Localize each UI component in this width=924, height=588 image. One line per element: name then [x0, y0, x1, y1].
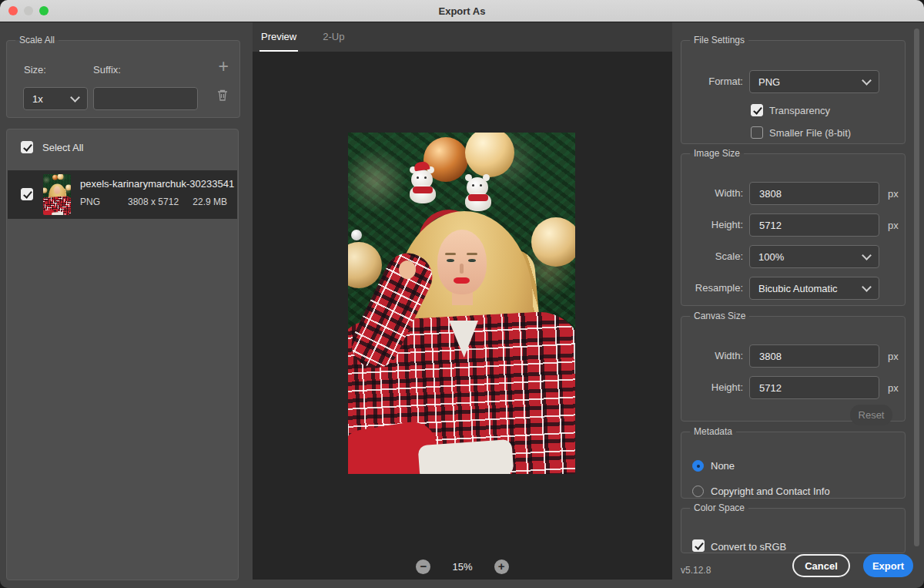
add-scale-icon[interactable]: + — [219, 58, 229, 76]
minimize-window-button[interactable] — [24, 6, 33, 15]
preview-panel: Preview 2-Up — [253, 22, 672, 588]
file-name: pexels-karinarymarchuk-30233541 — [80, 178, 234, 190]
zoom-controls: − 15% + — [253, 559, 672, 574]
cancel-button[interactable]: Cancel — [792, 554, 850, 577]
close-window-button[interactable] — [8, 6, 18, 15]
image-height-unit: px — [888, 220, 899, 231]
resample-value: Bicubic Automatic — [758, 283, 838, 294]
canvas-size-legend: Canvas Size — [690, 311, 749, 321]
color-space-legend: Color Space — [690, 502, 748, 513]
face — [437, 230, 487, 294]
canvas-height-input[interactable] — [749, 376, 879, 399]
select-all-row[interactable]: Select All — [7, 129, 238, 165]
file-dimensions: 3808 x 5712 — [128, 197, 179, 207]
convert-srgb-label: Convert to sRGB — [711, 541, 786, 553]
left-panel: Scale All Size: Suffix: 1x + — [0, 22, 253, 588]
image-width-input[interactable] — [749, 182, 879, 205]
file-thumbnail — [43, 174, 71, 215]
dialog-title: Export As — [439, 5, 486, 17]
file-settings-legend: File Settings — [690, 35, 748, 45]
canvas-height-unit: px — [888, 382, 899, 394]
image-width-label: Width: — [681, 187, 743, 199]
ornament-white-small — [351, 230, 362, 240]
trash-icon[interactable] — [216, 89, 229, 105]
transparency-label: Transparency — [769, 105, 830, 116]
transparency-checkbox[interactable] — [751, 104, 763, 116]
zoom-level: 15% — [452, 561, 472, 573]
ornament-gold-right — [531, 217, 575, 267]
scale-all-legend: Scale All — [15, 35, 59, 45]
file-settings-section: File Settings Format: PNG Transparency S… — [681, 35, 906, 144]
polar-bear-left — [408, 163, 437, 205]
metadata-section: Metadata None Copyright and Contact Info — [681, 426, 906, 499]
zoom-in-button[interactable]: + — [494, 559, 509, 574]
chevron-down-icon — [70, 92, 80, 102]
scale-select[interactable]: 100% — [749, 245, 879, 268]
dialog-body: Scale All Size: Suffix: 1x + — [0, 22, 924, 588]
image-height-input[interactable] — [749, 213, 879, 237]
image-size-section: Image Size Width: px Height: px Scale: 1… — [681, 148, 906, 306]
chevron-down-icon — [862, 76, 872, 86]
title-bar: Export As — [0, 0, 924, 22]
metadata-none-radio[interactable] — [692, 460, 704, 472]
select-all-checkbox[interactable] — [21, 141, 33, 153]
suffix-input[interactable] — [93, 87, 198, 110]
photo-illustration — [348, 133, 575, 474]
export-as-dialog: Export As Scale All Size: Suffix: 1x + — [0, 0, 924, 588]
format-select[interactable]: PNG — [749, 70, 879, 93]
preview-canvas: − 15% + — [253, 52, 672, 580]
metadata-copyright-radio[interactable] — [692, 486, 704, 497]
color-space-section: Color Space Convert to sRGB — [681, 502, 906, 553]
file-row[interactable]: pexels-karinarymarchuk-30233541 PNG 3808… — [8, 170, 237, 219]
scale-all-section: Scale All Size: Suffix: 1x + — [6, 35, 240, 118]
scale-label: Scale: — [681, 250, 743, 262]
canvas-width-input[interactable] — [749, 344, 879, 368]
polar-bear-right — [464, 171, 493, 213]
chevron-down-icon — [862, 250, 872, 260]
panel-scrollbar[interactable] — [914, 29, 919, 546]
convert-srgb-checkbox[interactable] — [692, 539, 705, 552]
suffix-label: Suffix: — [93, 64, 121, 76]
white-fur — [418, 439, 514, 474]
zoom-out-button[interactable]: − — [416, 559, 430, 574]
export-file-list: Select All p — [6, 129, 239, 580]
metadata-copyright-label: Copyright and Contact Info — [711, 486, 830, 497]
chevron-down-icon — [862, 282, 872, 292]
scale-size-value: 1x — [32, 93, 43, 105]
canvas-width-unit: px — [888, 351, 899, 362]
image-width-unit: px — [888, 188, 899, 200]
resample-select[interactable]: Bicubic Automatic — [749, 277, 879, 300]
settings-panel: File Settings Format: PNG Transparency S… — [672, 22, 924, 588]
zoom-window-button[interactable] — [39, 6, 49, 15]
version-label: v5.12.8 — [681, 565, 711, 576]
preview-image — [348, 133, 575, 474]
thumbnail-photo — [43, 174, 71, 215]
image-size-legend: Image Size — [690, 148, 744, 159]
smaller-file-checkbox[interactable] — [751, 126, 763, 139]
traffic-lights — [8, 6, 49, 15]
image-height-label: Height: — [681, 219, 743, 230]
file-size: 22.9 MB — [192, 197, 227, 207]
size-label: Size: — [24, 64, 46, 76]
canvas-size-section: Canvas Size Width: px Height: px Reset — [681, 311, 906, 422]
canvas-height-label: Height: — [681, 381, 743, 393]
file-format: PNG — [80, 197, 100, 207]
smaller-file-label: Smaller File (8-bit) — [769, 127, 851, 139]
scale-value: 100% — [758, 251, 784, 263]
hand — [399, 260, 416, 279]
format-label: Format: — [681, 76, 743, 87]
resample-label: Resample: — [681, 282, 743, 294]
preview-tab-bar: Preview 2-Up — [253, 22, 672, 52]
select-all-label: Select All — [42, 142, 83, 153]
reset-button[interactable]: Reset — [850, 405, 892, 425]
tab-2up[interactable]: 2-Up — [321, 22, 346, 52]
scale-size-select[interactable]: 1x — [23, 87, 88, 110]
canvas-width-label: Width: — [681, 350, 743, 361]
metadata-legend: Metadata — [690, 426, 736, 437]
export-button[interactable]: Export — [863, 554, 913, 577]
screen: Export As Scale All Size: Suffix: 1x + — [0, 0, 924, 588]
metadata-none-label: None — [711, 460, 735, 472]
format-value: PNG — [758, 76, 780, 88]
tab-preview[interactable]: Preview — [259, 22, 298, 52]
file-checkbox[interactable] — [21, 188, 33, 200]
